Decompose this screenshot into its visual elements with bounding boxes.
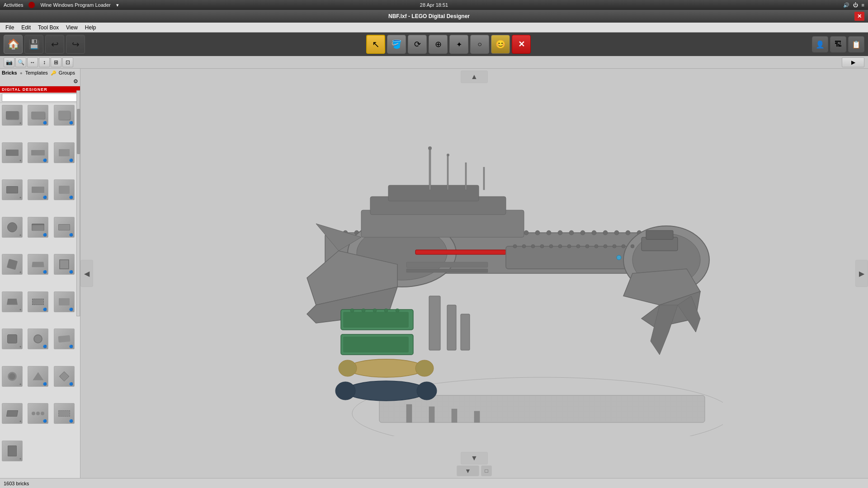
- sys-power-icon[interactable]: ⏻: [853, 2, 858, 8]
- wine-loader-label[interactable]: Wine Windows Program Loader: [40, 2, 110, 8]
- svg-rect-69: [646, 230, 673, 239]
- wine-dropdown-icon[interactable]: ▾: [116, 2, 119, 8]
- sub-btn-pan-h[interactable]: ↔: [27, 57, 38, 67]
- select-tool-button[interactable]: ↖: [366, 35, 385, 54]
- clone-tool-button[interactable]: ⊕: [429, 35, 448, 54]
- rotate-tool-button[interactable]: ⟳: [408, 35, 427, 54]
- brick-item[interactable]: 🔵: [28, 291, 48, 312]
- brick-item[interactable]: 🔵: [54, 328, 75, 349]
- face-tool-button[interactable]: 😊: [491, 35, 510, 54]
- sub-btn-snap[interactable]: ⊡: [62, 57, 73, 67]
- svg-point-82: [585, 244, 589, 248]
- datetime-label: 28 Apr 18:51: [420, 2, 448, 8]
- brick-item[interactable]: 🔵: [54, 179, 75, 200]
- tab-bricks[interactable]: Bricks: [2, 70, 17, 75]
- svg-rect-63: [447, 305, 456, 350]
- settings-icon[interactable]: ⚙: [73, 78, 78, 84]
- brick-item[interactable]: 🔵: [28, 328, 48, 349]
- sub-btn-grid[interactable]: ⊞: [51, 57, 61, 67]
- menu-toolbox[interactable]: Tool Box: [34, 23, 62, 32]
- close-button[interactable]: ✕: [854, 12, 864, 21]
- svg-point-78: [549, 244, 553, 248]
- svg-point-77: [540, 244, 544, 248]
- bottom-nav-square[interactable]: □: [481, 465, 492, 476]
- svg-rect-93: [452, 409, 457, 422]
- svg-point-84: [604, 244, 607, 248]
- delete-tool-button[interactable]: ✕: [512, 35, 531, 54]
- svg-point-87: [631, 244, 634, 248]
- search-input[interactable]: [2, 94, 78, 102]
- bottom-nav-down[interactable]: ▼: [457, 465, 479, 476]
- brick-item[interactable]: +: [2, 105, 23, 126]
- brick-item[interactable]: +: [2, 403, 23, 424]
- corner-tool-1[interactable]: 👤: [812, 36, 828, 52]
- tab-groups[interactable]: Groups: [59, 70, 75, 75]
- save-button[interactable]: 💾: [24, 35, 43, 54]
- activities-label[interactable]: Activities: [4, 2, 23, 8]
- brick-item[interactable]: +: [2, 291, 23, 312]
- nav-up-arrow[interactable]: ▲: [461, 70, 488, 83]
- paint-tool-button[interactable]: 🪣: [387, 35, 406, 54]
- brick-item[interactable]: 🔵: [54, 217, 75, 238]
- brick-item[interactable]: 🔵: [54, 254, 75, 275]
- svg-point-30: [626, 230, 630, 235]
- svg-point-61: [417, 382, 437, 400]
- brick-grid: + 🔵 🔵 + 🔵 🔵: [0, 103, 80, 478]
- nav-down-arrow[interactable]: ▼: [461, 452, 488, 465]
- svg-point-21: [524, 230, 528, 235]
- tab-icon2: 🔑: [51, 70, 56, 75]
- brick-item[interactable]: +: [2, 254, 23, 275]
- brick-item[interactable]: 🔵: [54, 105, 75, 126]
- tab-templates[interactable]: Templates: [25, 70, 48, 75]
- brick-item[interactable]: +: [2, 328, 23, 349]
- brick-item[interactable]: 🔵: [28, 217, 48, 238]
- sub-btn-pan-v[interactable]: ↕: [39, 57, 50, 67]
- corner-tool-2[interactable]: 🏗: [830, 36, 846, 52]
- brick-item[interactable]: +: [2, 441, 23, 461]
- svg-rect-64: [461, 314, 470, 350]
- menu-view[interactable]: View: [62, 23, 81, 32]
- redo-button[interactable]: ↪: [66, 35, 85, 54]
- menu-file[interactable]: File: [2, 23, 18, 32]
- measure-tool-button[interactable]: ✦: [449, 35, 468, 54]
- corner-tool-3[interactable]: 📋: [848, 36, 864, 52]
- svg-point-49: [350, 309, 354, 312]
- brick-item[interactable]: 🔵: [28, 142, 48, 163]
- brick-item[interactable]: 🔵: [28, 403, 48, 424]
- menu-edit[interactable]: Edit: [18, 23, 34, 32]
- home-button[interactable]: 🏠: [4, 35, 23, 54]
- brick-item[interactable]: 🔵: [54, 142, 75, 163]
- canvas-area[interactable]: ▲ ◀ ▶ ▼: [80, 69, 868, 478]
- sidebar-tabs: Bricks ● Templates 🔑 Groups ⚙: [0, 69, 80, 86]
- svg-rect-37: [429, 149, 431, 190]
- brick-item[interactable]: +: [2, 179, 23, 200]
- svg-point-60: [335, 382, 355, 400]
- brick-item[interactable]: 🔵: [28, 254, 48, 275]
- brick-item[interactable]: 🔵: [28, 179, 48, 200]
- logo-search-area: DIGITAL DESIGNER: [0, 86, 80, 93]
- sub-btn-zoom[interactable]: 🔍: [15, 57, 26, 67]
- undo-button[interactable]: ↩: [45, 35, 64, 54]
- brick-item[interactable]: 🔵: [54, 403, 75, 424]
- svg-point-83: [594, 244, 598, 248]
- svg-rect-91: [406, 404, 412, 422]
- sys-menu-icon[interactable]: ≡: [862, 2, 864, 8]
- sub-btn-play[interactable]: ▶: [842, 57, 864, 67]
- sidebar-scrollbar[interactable]: [76, 90, 80, 316]
- nav-right-arrow[interactable]: ▶: [855, 260, 868, 287]
- brick-item[interactable]: +: [2, 217, 23, 238]
- hinge-tool-button[interactable]: ○: [470, 35, 489, 54]
- brick-item[interactable]: +: [2, 142, 23, 163]
- brick-item[interactable]: 🔵: [54, 366, 75, 387]
- brick-item[interactable]: 🔵: [28, 105, 48, 126]
- menu-help[interactable]: Help: [81, 23, 100, 32]
- nav-left-arrow[interactable]: ◀: [80, 260, 93, 287]
- brick-item[interactable]: +: [2, 366, 23, 387]
- sub-btn-camera[interactable]: 📷: [4, 57, 14, 67]
- system-title-bar: Activities Wine Windows Program Loader ▾…: [0, 0, 868, 10]
- svg-rect-94: [474, 411, 480, 422]
- brick-item[interactable]: 🔵: [54, 291, 75, 312]
- svg-rect-43: [415, 250, 506, 254]
- brick-item[interactable]: 🔵: [28, 366, 48, 387]
- sys-audio-icon[interactable]: 🔊: [843, 2, 849, 8]
